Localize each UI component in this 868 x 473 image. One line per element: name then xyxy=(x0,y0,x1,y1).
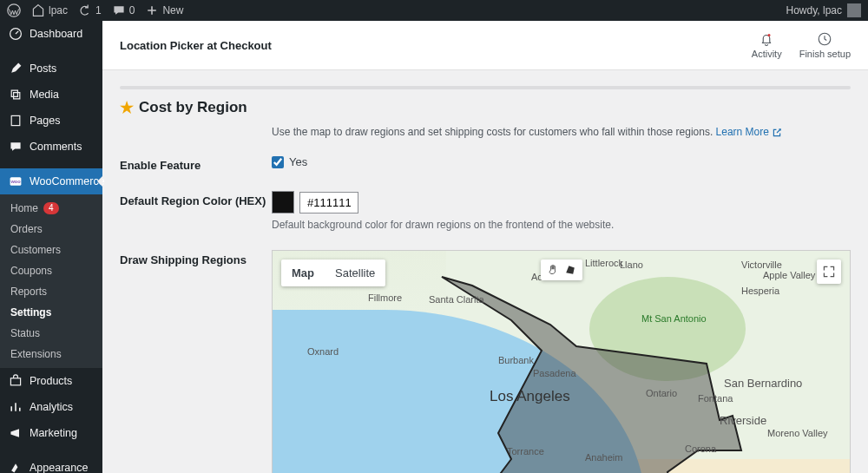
map[interactable]: Littlerock Acton Llano Victorville Apple… xyxy=(272,250,851,473)
enable-checkbox[interactable] xyxy=(272,156,284,168)
draw-regions-row: Draw Shipping Regions Littlerock xyxy=(120,250,851,473)
sidebar-item-media[interactable]: Media xyxy=(0,82,102,108)
section-title-text: Cost by Region xyxy=(139,99,247,116)
city-sanbernardino: San Bernardino xyxy=(724,377,802,390)
activity-button[interactable]: Activity xyxy=(752,31,782,59)
sidebar-item-products[interactable]: Products xyxy=(0,368,102,394)
howdy-text[interactable]: Howdy, lpac xyxy=(786,4,842,16)
map-type-map[interactable]: Map xyxy=(281,259,325,286)
enable-label: Enable Feature xyxy=(120,155,272,172)
sidebar-item-comments[interactable]: Comments xyxy=(0,134,102,160)
wp-logo[interactable] xyxy=(7,3,21,17)
color-swatch[interactable] xyxy=(272,191,294,214)
city-santaclarita: Santa Clarita xyxy=(429,294,484,305)
learn-more-link[interactable]: Learn More xyxy=(716,126,783,138)
city-losangeles: Los Angeles xyxy=(490,388,570,405)
sidebar-item-woocommerce[interactable]: wooWooCommerce xyxy=(0,168,102,194)
city-fillmore: Fillmore xyxy=(368,292,402,303)
city-littlerock: Littlerock xyxy=(585,258,623,268)
map-field: Littlerock Acton Llano Victorville Apple… xyxy=(272,250,851,473)
new-content[interactable]: New xyxy=(145,3,183,17)
color-help: Default background color for drawn regio… xyxy=(272,219,851,231)
sidebar-label-woocommerce: WooCommerce xyxy=(30,175,105,187)
progress-bar xyxy=(120,86,851,89)
updates-count: 1 xyxy=(95,4,102,16)
updates[interactable]: 1 xyxy=(78,3,102,17)
city-hesperia: Hesperia xyxy=(741,286,779,296)
sub-item-settings[interactable]: Settings xyxy=(0,302,102,323)
woocommerce-submenu: Home4 Orders Customers Coupons Reports S… xyxy=(0,194,102,368)
sidebar-label-dashboard: Dashboard xyxy=(30,28,82,40)
sidebar-item-dashboard[interactable]: Dashboard xyxy=(0,21,102,47)
site-name-text: lpac xyxy=(49,4,68,16)
svg-rect-2 xyxy=(11,115,20,125)
sidebar-item-pages[interactable]: Pages xyxy=(0,108,102,134)
fullscreen-button[interactable] xyxy=(817,259,841,284)
sidebar-label-comments: Comments xyxy=(30,141,82,153)
admin-bar-left: lpac 1 0 New xyxy=(7,3,183,17)
sub-item-orders[interactable]: Orders xyxy=(0,219,102,240)
map-type-satellite[interactable]: Satellite xyxy=(325,259,385,286)
city-anaheim: Anaheim xyxy=(585,452,622,463)
comments-link[interactable]: 0 xyxy=(112,3,135,17)
sub-label-settings: Settings xyxy=(10,306,51,319)
content-area: Location Picker at Checkout Activity Fin… xyxy=(102,21,868,473)
city-oxnard: Oxnard xyxy=(307,346,339,357)
external-link-icon xyxy=(772,128,782,138)
activity-label: Activity xyxy=(752,49,782,59)
sub-label-reports: Reports xyxy=(10,286,47,298)
sidebar-label-media: Media xyxy=(30,89,59,101)
city-fontana: Fontana xyxy=(698,393,733,404)
svg-rect-5 xyxy=(10,378,20,385)
site-name[interactable]: lpac xyxy=(31,3,68,17)
page-title: Location Picker at Checkout xyxy=(120,39,272,52)
sub-item-coupons[interactable]: Coupons xyxy=(0,260,102,281)
sidebar-label-appearance: Appearance xyxy=(30,462,88,473)
home-badge: 4 xyxy=(43,202,59,214)
settings-body: ★ Cost by Region Use the map to draw reg… xyxy=(102,70,868,473)
color-input[interactable] xyxy=(299,192,358,214)
enable-yes-text: Yes xyxy=(289,155,307,168)
sub-item-status[interactable]: Status xyxy=(0,323,102,344)
sidebar-label-posts: Posts xyxy=(30,62,56,75)
fullscreen-icon xyxy=(822,265,836,279)
comments-count: 0 xyxy=(129,4,135,16)
hand-icon[interactable] xyxy=(546,263,560,277)
finish-setup-button[interactable]: Finish setup xyxy=(799,31,851,59)
sidebar-item-marketing[interactable]: Marketing xyxy=(0,420,102,446)
section-description: Use the map to draw regions and set ship… xyxy=(272,126,851,138)
learn-more-text: Learn More xyxy=(716,126,769,138)
sub-label-extensions: Extensions xyxy=(10,348,62,360)
draw-label: Draw Shipping Regions xyxy=(120,250,272,266)
sidebar-item-posts[interactable]: Posts xyxy=(0,56,102,82)
polygon-icon[interactable] xyxy=(563,263,577,277)
avatar[interactable] xyxy=(847,3,861,17)
clock-icon xyxy=(817,31,832,47)
enable-field: Yes xyxy=(272,155,851,168)
finish-label: Finish setup xyxy=(799,49,851,59)
sidebar-label-pages: Pages xyxy=(30,115,60,127)
admin-bar: lpac 1 0 New Howdy, lpac xyxy=(0,0,868,21)
sub-item-customers[interactable]: Customers xyxy=(0,240,102,260)
topbar: Location Picker at Checkout Activity Fin… xyxy=(102,21,868,70)
sidebar-item-analytics[interactable]: Analytics xyxy=(0,394,102,420)
city-applevalley: Apple Valley xyxy=(763,270,815,280)
city-burbank: Burbank xyxy=(498,355,534,365)
color-field: Default background color for drawn regio… xyxy=(272,191,851,231)
svg-point-7 xyxy=(768,34,771,36)
city-riverside: Riverside xyxy=(720,414,766,427)
enable-feature-row: Enable Feature Yes xyxy=(120,155,851,172)
svg-text:woo: woo xyxy=(10,179,21,184)
sub-item-reports[interactable]: Reports xyxy=(0,281,102,302)
sub-item-home[interactable]: Home4 xyxy=(0,198,102,219)
map-draw-control xyxy=(541,259,582,280)
sub-item-extensions[interactable]: Extensions xyxy=(0,344,102,365)
admin-bar-right: Howdy, lpac xyxy=(786,3,861,17)
sub-label-status: Status xyxy=(10,327,40,339)
color-label: Default Region Color (HEX) xyxy=(120,191,272,207)
svg-marker-10 xyxy=(566,266,575,274)
bell-icon xyxy=(759,31,774,47)
sub-label-customers: Customers xyxy=(10,244,61,256)
sidebar-item-appearance[interactable]: Appearance xyxy=(0,455,102,473)
city-torrance: Torrance xyxy=(507,446,544,457)
